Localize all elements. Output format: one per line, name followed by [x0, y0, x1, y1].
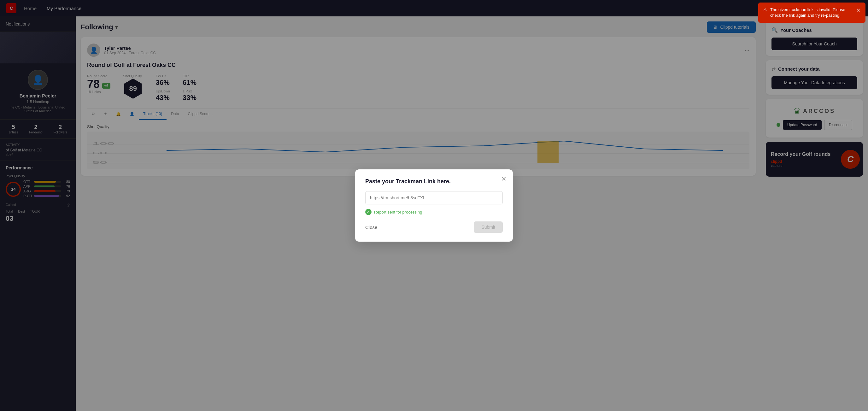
success-message: ✓ Report sent for processing [365, 209, 503, 215]
modal-title: Paste your Trackman Link here. [365, 178, 503, 185]
modal-submit-button[interactable]: Submit [474, 221, 503, 233]
modal-close-x-button[interactable]: ✕ [501, 175, 506, 183]
error-message: The given trackman link is invalid. Plea… [770, 7, 851, 18]
modal-footer: Close Submit [365, 221, 503, 233]
modal-overlay[interactable]: Paste your Trackman Link here. ✕ ✓ Repor… [0, 0, 868, 411]
success-icon: ✓ [365, 209, 372, 215]
trackman-link-input[interactable] [365, 191, 503, 204]
error-toast: ⚠ The given trackman link is invalid. Pl… [758, 2, 866, 23]
modal-close-button[interactable]: Close [365, 225, 377, 230]
error-icon: ⚠ [763, 7, 767, 12]
trackman-modal: Paste your Trackman Link here. ✕ ✓ Repor… [355, 169, 513, 242]
success-text: Report sent for processing [374, 210, 422, 215]
error-close-button[interactable]: ✕ [856, 7, 861, 14]
